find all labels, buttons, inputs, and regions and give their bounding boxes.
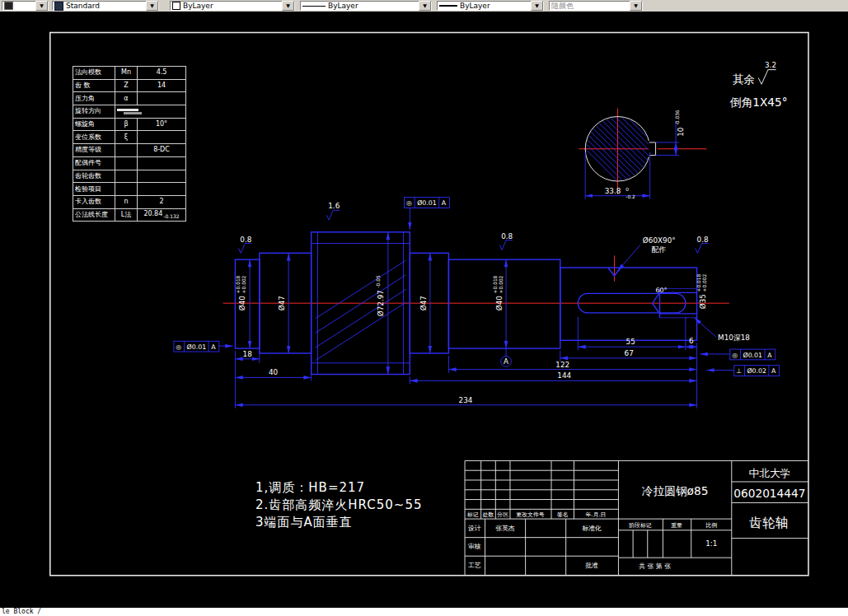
countersink-callout-2: 配作 bbox=[652, 245, 667, 254]
material-spec: 冷拉圆钢ø85 bbox=[642, 484, 709, 497]
command-line[interactable]: le Block / bbox=[0, 608, 848, 616]
svg-text:+0.002: +0.002 bbox=[241, 275, 246, 293]
param-label: 法向模数 bbox=[73, 67, 115, 80]
gdt-top: ◎ Ø0.01 A bbox=[404, 198, 449, 230]
section-width-tol-u: 0 bbox=[625, 187, 629, 192]
svg-text:Ø0.01: Ø0.01 bbox=[743, 352, 762, 359]
roughness-icon-left bbox=[238, 244, 251, 254]
qiyu-label: 其余 bbox=[733, 72, 755, 86]
svg-text:+0.018: +0.018 bbox=[697, 273, 702, 292]
section-centerlines bbox=[579, 109, 706, 194]
param-value bbox=[138, 183, 186, 196]
param-value: 8-DC bbox=[138, 144, 186, 157]
role-design: 设计 bbox=[468, 525, 481, 532]
svg-text:◎: ◎ bbox=[732, 352, 738, 359]
roughness-left: 0.8 bbox=[240, 236, 251, 244]
param-symbol: ξ bbox=[115, 131, 138, 144]
roughness-icon-mid bbox=[499, 240, 513, 250]
plotstyle-combo: 随颜色 ▼ bbox=[549, 1, 643, 11]
scale-label: 比例 bbox=[705, 522, 717, 529]
dia-40-left-label: Ø40 +0.018 +0.002 bbox=[236, 275, 246, 310]
lineweight-value: ByLayer bbox=[460, 2, 490, 10]
rev-header-zone: 分区 bbox=[496, 511, 508, 518]
param-value: 2 bbox=[138, 195, 186, 208]
param-symbol bbox=[115, 144, 138, 157]
role-approve: 批准 bbox=[585, 562, 598, 569]
param-symbol: n bbox=[115, 195, 138, 208]
param-value-tol: -0.132 bbox=[163, 213, 179, 219]
dia-gear-label: Ø72.97 -0.05 bbox=[376, 275, 385, 316]
param-value: 10° bbox=[138, 118, 186, 131]
svg-text:Ø72.97: Ø72.97 bbox=[377, 290, 385, 316]
lineweight-combo-arrow-icon[interactable]: ▼ bbox=[531, 1, 543, 11]
svg-text:+0.002: +0.002 bbox=[499, 275, 504, 293]
dim-144: 144 bbox=[557, 371, 571, 380]
param-label: 精度等级 bbox=[73, 144, 115, 157]
param-value bbox=[138, 92, 186, 105]
text-style-value: Standard bbox=[66, 2, 100, 10]
callouts: M10深18 60° Ø60X90° 配作 bbox=[617, 236, 749, 343]
param-label: 配偶件号 bbox=[73, 156, 115, 170]
svg-text:Ø0.01: Ø0.01 bbox=[187, 343, 207, 351]
param-label: 卡入齿数 bbox=[73, 195, 115, 208]
svg-text:Ø0.02: Ø0.02 bbox=[747, 368, 766, 376]
plotstyle-value: 随颜色 bbox=[551, 1, 574, 12]
param-label: 齿轮齿数 bbox=[73, 170, 115, 183]
color-value: ByLayer bbox=[183, 2, 213, 10]
roughness-mid: 0.8 bbox=[501, 232, 513, 240]
linetype-combo-arrow-icon[interactable]: ▼ bbox=[419, 1, 431, 11]
role-standardize: 标准化 bbox=[582, 525, 602, 532]
rev-header-mark: 标记 bbox=[466, 511, 479, 518]
rev-header-count: 处数 bbox=[483, 511, 494, 518]
chamfer-note: 倒角1X45° bbox=[729, 96, 788, 109]
dim-18: 18 bbox=[243, 350, 252, 358]
param-label: 压力角 bbox=[73, 92, 115, 105]
param-value bbox=[138, 170, 186, 183]
linear-dims: 18 40 55 6 67 122 144 234 bbox=[235, 337, 696, 405]
datum-a-label: A bbox=[504, 357, 508, 366]
lineweight-icon bbox=[439, 5, 457, 7]
note-line-2: 2.齿部高频淬火HRC50~55 bbox=[255, 497, 422, 514]
svg-text:+0.002: +0.002 bbox=[702, 273, 707, 292]
svg-text:A: A bbox=[211, 343, 216, 351]
param-symbol: β bbox=[115, 118, 138, 131]
color-combo-arrow-icon[interactable]: ▼ bbox=[282, 1, 294, 11]
param-value bbox=[138, 156, 186, 170]
dim-122: 122 bbox=[555, 361, 569, 369]
dia-40-right-label: Ø40 +0.018 +0.002 bbox=[493, 275, 504, 310]
param-label: 齿 数 bbox=[73, 79, 115, 92]
param-value-main: 20.84 bbox=[143, 210, 162, 217]
plotstyle-combo-arrow-icon: ▼ bbox=[630, 1, 642, 11]
rev-header-sig: 签名 bbox=[557, 511, 569, 518]
extension-lines bbox=[235, 317, 696, 408]
scale-value: 1:1 bbox=[705, 539, 717, 548]
thread-angle: 60° bbox=[656, 287, 668, 294]
param-symbol bbox=[115, 183, 138, 196]
datum-a-flag: A bbox=[501, 348, 512, 366]
linetype-combo[interactable]: ByLayer ▼ bbox=[300, 1, 432, 11]
layer-combo-arrow-icon[interactable]: ▼ bbox=[35, 1, 48, 11]
param-symbol: L法 bbox=[115, 208, 138, 222]
lineweight-combo[interactable]: ByLayer ▼ bbox=[437, 1, 544, 11]
param-value: 20.84-0.132 bbox=[138, 208, 186, 222]
dim-6: 6 bbox=[689, 337, 694, 345]
param-value bbox=[138, 131, 186, 144]
param-label: 螺旋角 bbox=[73, 118, 115, 131]
svg-text:-0.05: -0.05 bbox=[376, 275, 381, 287]
drawing-canvas[interactable]: 其余 3.2 倒角1X45° 10 -0.036 33.8 0 -0.2 bbox=[0, 12, 848, 608]
title-block: 中北大学 0602014447 齿轮轴 冷拉圆钢ø85 标记 处数 分区 更改文… bbox=[465, 460, 808, 575]
param-symbol bbox=[115, 170, 138, 183]
svg-text:Ø47: Ø47 bbox=[419, 296, 428, 310]
style-combo-arrow-icon[interactable]: ▼ bbox=[146, 1, 158, 11]
svg-text:Ø0.01: Ø0.01 bbox=[417, 199, 437, 207]
dim-234: 234 bbox=[459, 396, 473, 404]
gdt-left: ◎ Ø0.01 A bbox=[174, 341, 233, 352]
text-style-combo[interactable]: Standard ▼ bbox=[52, 1, 159, 11]
keyway-width-value: 10 bbox=[677, 127, 685, 137]
param-symbol bbox=[115, 156, 138, 170]
style-icon bbox=[54, 2, 63, 11]
layer-combo[interactable]: ▼ bbox=[2, 1, 49, 11]
toolbar: ▼ Standard ▼ ByLayer ▼ ByLayer ▼ ByLayer… bbox=[0, 0, 848, 12]
gear-parameter-table: 法向模数Mn4.5 齿 数Z14 压力角α 旋转方向 螺旋角β10° 变位系数ξ… bbox=[73, 66, 186, 222]
color-combo[interactable]: ByLayer ▼ bbox=[170, 1, 295, 11]
